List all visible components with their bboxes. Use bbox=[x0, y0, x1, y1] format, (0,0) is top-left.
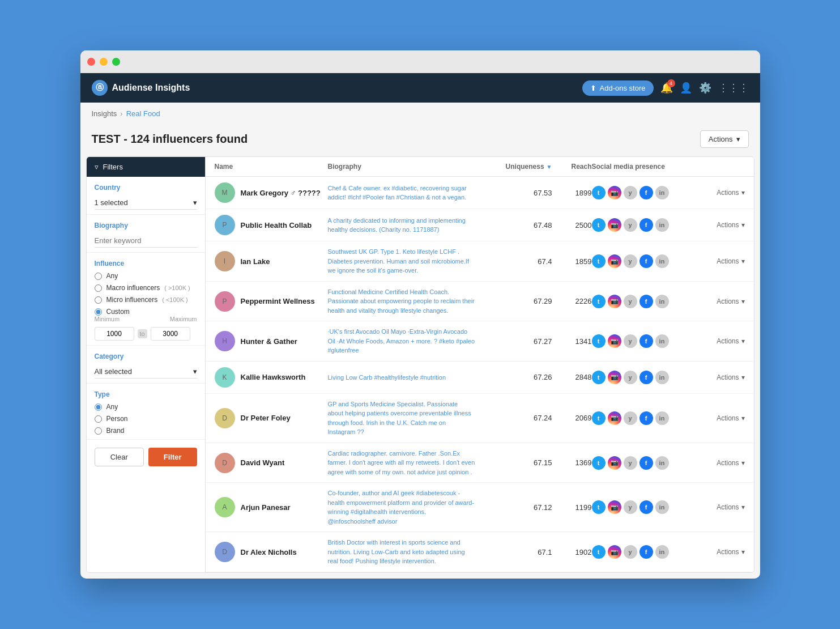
category-select[interactable]: All selected ▾ bbox=[95, 365, 197, 379]
linkedin-icon[interactable]: in bbox=[655, 456, 669, 470]
facebook-icon[interactable]: f bbox=[639, 545, 653, 559]
th-reach[interactable]: Reach bbox=[552, 163, 592, 171]
instagram-icon[interactable]: 📷 bbox=[608, 218, 621, 232]
twitter-icon[interactable]: t bbox=[592, 254, 606, 268]
type-any[interactable]: Any bbox=[95, 403, 197, 411]
row-actions-button[interactable]: Actions ▾ bbox=[694, 373, 745, 381]
instagram-icon[interactable]: 📷 bbox=[608, 295, 621, 308]
linkedin-icon[interactable]: in bbox=[655, 371, 669, 384]
minimize-button[interactable] bbox=[100, 58, 108, 66]
linkedin-icon[interactable]: in bbox=[655, 500, 669, 514]
instagram-icon[interactable]: 📷 bbox=[608, 456, 621, 470]
facebook-icon[interactable]: f bbox=[639, 334, 653, 348]
facebook-icon[interactable]: f bbox=[639, 371, 653, 384]
twitter-icon[interactable]: t bbox=[592, 186, 606, 199]
linkedin-icon[interactable]: in bbox=[655, 218, 669, 232]
linkedin-icon[interactable]: in bbox=[655, 295, 669, 308]
breadcrumb-root[interactable]: Insights bbox=[92, 109, 117, 118]
uniqueness-value: 67.15 bbox=[484, 458, 552, 467]
influence-range: to bbox=[95, 327, 197, 341]
row-actions-button[interactable]: Actions ▾ bbox=[694, 221, 745, 229]
row-actions-button[interactable]: Actions ▾ bbox=[694, 189, 745, 197]
facebook-icon[interactable]: f bbox=[639, 218, 653, 232]
biography-cell: ·UK's first Avocado Oil Mayo ·Extra-Virg… bbox=[328, 327, 484, 355]
twitter-icon[interactable]: t bbox=[592, 334, 606, 348]
min-label: Minimum bbox=[95, 316, 120, 322]
grid-icon[interactable]: ⋮⋮⋮ bbox=[718, 82, 749, 94]
youtube-icon[interactable]: y bbox=[624, 334, 637, 348]
youtube-icon[interactable]: y bbox=[624, 371, 637, 384]
row-actions-button[interactable]: Actions ▾ bbox=[694, 337, 745, 345]
twitter-icon[interactable]: t bbox=[592, 218, 606, 232]
instagram-icon[interactable]: 📷 bbox=[608, 186, 621, 199]
country-select[interactable]: 1 selected ▾ bbox=[95, 196, 197, 210]
filter-button[interactable]: Filter bbox=[148, 448, 197, 466]
facebook-icon[interactable]: f bbox=[639, 500, 653, 514]
row-actions-button[interactable]: Actions ▾ bbox=[694, 414, 745, 422]
row-actions-button[interactable]: Actions ▾ bbox=[694, 257, 745, 265]
user-icon[interactable]: 👤 bbox=[680, 82, 692, 94]
notifications-icon[interactable]: 🔔 4 bbox=[660, 82, 673, 94]
youtube-icon[interactable]: y bbox=[624, 545, 637, 559]
avatar: P bbox=[215, 215, 235, 235]
row-actions-button[interactable]: Actions ▾ bbox=[694, 459, 745, 467]
avatar-initial: A bbox=[222, 503, 227, 511]
table-row: P Public Health Collab A charity dedicat… bbox=[206, 209, 754, 241]
facebook-icon[interactable]: f bbox=[639, 295, 653, 308]
influence-custom[interactable]: Custom bbox=[95, 308, 197, 316]
social-icons: t 📷 y f in bbox=[592, 295, 694, 308]
influence-micro[interactable]: Micro influencers ( <100K ) bbox=[95, 296, 197, 304]
type-person[interactable]: Person bbox=[95, 415, 197, 423]
linkedin-icon[interactable]: in bbox=[655, 186, 669, 199]
th-uniqueness[interactable]: Uniqueness ▼ bbox=[484, 163, 552, 171]
twitter-icon[interactable]: t bbox=[592, 500, 606, 514]
youtube-icon[interactable]: y bbox=[624, 411, 637, 425]
linkedin-icon[interactable]: in bbox=[655, 411, 669, 425]
youtube-icon[interactable]: y bbox=[624, 456, 637, 470]
instagram-icon[interactable]: 📷 bbox=[608, 545, 621, 559]
maximize-button[interactable] bbox=[112, 58, 120, 66]
facebook-icon[interactable]: f bbox=[639, 186, 653, 199]
brand: ⓐ Audiense Insights bbox=[92, 80, 190, 96]
facebook-icon[interactable]: f bbox=[639, 456, 653, 470]
social-icons: t 📷 y f in bbox=[592, 334, 694, 348]
linkedin-icon[interactable]: in bbox=[655, 545, 669, 559]
row-actions-button[interactable]: Actions ▾ bbox=[694, 548, 745, 556]
youtube-icon[interactable]: y bbox=[624, 186, 637, 199]
twitter-icon[interactable]: t bbox=[592, 456, 606, 470]
facebook-icon[interactable]: f bbox=[639, 411, 653, 425]
close-button[interactable] bbox=[87, 58, 95, 66]
row-actions-button[interactable]: Actions ▾ bbox=[694, 503, 745, 511]
clear-button[interactable]: Clear bbox=[95, 448, 144, 466]
biography-input[interactable] bbox=[95, 234, 197, 248]
max-input[interactable] bbox=[151, 327, 190, 341]
youtube-icon[interactable]: y bbox=[624, 295, 637, 308]
influence-any[interactable]: Any bbox=[95, 272, 197, 280]
row-actions-label: Actions bbox=[717, 503, 739, 511]
row-actions-button[interactable]: Actions ▾ bbox=[694, 298, 745, 305]
youtube-icon[interactable]: y bbox=[624, 218, 637, 232]
twitter-icon[interactable]: t bbox=[592, 411, 606, 425]
min-input[interactable] bbox=[95, 327, 134, 341]
actions-button[interactable]: Actions ▾ bbox=[700, 130, 749, 148]
linkedin-icon[interactable]: in bbox=[655, 254, 669, 268]
settings-icon[interactable]: ⚙️ bbox=[699, 82, 711, 94]
addons-button[interactable]: ⬆ Add-ons store bbox=[582, 80, 654, 96]
twitter-icon[interactable]: t bbox=[592, 545, 606, 559]
instagram-icon[interactable]: 📷 bbox=[608, 334, 621, 348]
influence-macro[interactable]: Macro influencers ( >100K ) bbox=[95, 284, 197, 292]
twitter-icon[interactable]: t bbox=[592, 295, 606, 308]
youtube-icon[interactable]: y bbox=[624, 254, 637, 268]
reach-value: 2848 bbox=[552, 373, 592, 381]
instagram-icon[interactable]: 📷 bbox=[608, 500, 621, 514]
facebook-icon[interactable]: f bbox=[639, 254, 653, 268]
instagram-icon[interactable]: 📷 bbox=[608, 254, 621, 268]
youtube-icon[interactable]: y bbox=[624, 500, 637, 514]
uniqueness-value: 67.1 bbox=[484, 548, 552, 556]
twitter-icon[interactable]: t bbox=[592, 371, 606, 384]
max-label: Maximum bbox=[170, 316, 197, 322]
instagram-icon[interactable]: 📷 bbox=[608, 371, 621, 384]
type-brand[interactable]: Brand bbox=[95, 427, 197, 435]
linkedin-icon[interactable]: in bbox=[655, 334, 669, 348]
instagram-icon[interactable]: 📷 bbox=[608, 411, 621, 425]
